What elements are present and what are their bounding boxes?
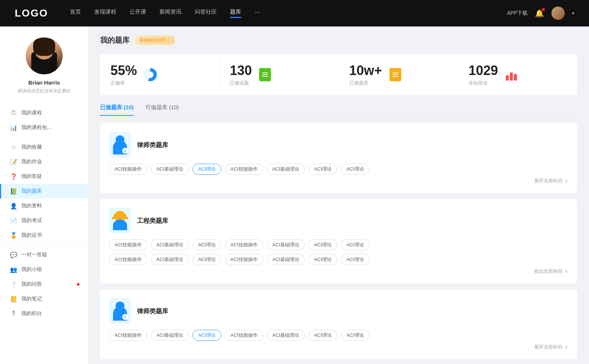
checkmark-icon: ✓	[124, 149, 127, 153]
package-icon: 📊	[10, 124, 17, 131]
done-banks-number: 10w+	[349, 63, 382, 78]
sidebar-item-answers[interactable]: ❔ 我的问答	[0, 277, 88, 292]
sidebar-label: 我的收藏	[21, 144, 42, 150]
tag-item[interactable]: ACI技能操作	[225, 239, 263, 250]
nav-link-open[interactable]: 公开课	[130, 8, 146, 18]
tag-item[interactable]: ACI基础理论	[151, 239, 189, 250]
logo: LOGO	[15, 7, 48, 19]
tutor-icon: 💬	[10, 251, 17, 258]
tag-item[interactable]: ACI技能操作	[109, 254, 147, 265]
nav-link-courses[interactable]: 发现课程	[94, 8, 116, 18]
sidebar-label: 我的问答	[21, 281, 42, 288]
sidebar-item-tutor[interactable]: 💬 一对一答疑	[0, 247, 88, 262]
nav-link-bank[interactable]: 题库	[230, 8, 241, 18]
tag-item[interactable]: ACI理论	[341, 254, 370, 265]
tag-item[interactable]: ACI技能操作	[225, 330, 263, 341]
profile-icon: 👤	[10, 203, 17, 209]
lawyer-bank-icon-2: ✓	[109, 298, 131, 324]
navbar: LOGO 首页 发现课程 公开课 新闻资讯 问答社区 题库 ··· APP下载 …	[0, 0, 589, 26]
sidebar-item-profile[interactable]: 👤 我的资料	[0, 199, 88, 213]
done-questions-number: 130	[230, 63, 252, 78]
avatar[interactable]	[551, 7, 565, 20]
star-icon: ☆	[10, 144, 17, 150]
tag-item[interactable]: ACI基础理论	[151, 330, 189, 341]
tag-item[interactable]: ACI理论	[341, 330, 370, 341]
bank-card-header: ✓ 律师类题库	[109, 132, 568, 158]
stat-accuracy-group: 55% 正确率	[110, 63, 137, 86]
sidebar-label: 我的考试	[21, 217, 42, 224]
points-icon: 🎖	[10, 310, 17, 317]
sidebar-item-certificate[interactable]: 🏅 我的证书	[0, 228, 88, 243]
expand-link-lawyer-2[interactable]: 展开全部科目 ∨	[109, 344, 568, 350]
collapse-link-engineer[interactable]: 收起全部科目 ∧	[109, 268, 568, 275]
tag-item[interactable]: ACI基础理论	[151, 254, 189, 265]
tag-item[interactable]: ACI理论	[341, 164, 370, 175]
tag-item[interactable]: ACI基础理论	[267, 164, 305, 175]
tag-item[interactable]: ACI基础理论	[267, 239, 305, 250]
sidebar-item-bank[interactable]: 📗 我的题库	[0, 184, 88, 199]
stat-done-banks: 10w+ 已做题库	[339, 54, 458, 95]
tag-item[interactable]: ACI技能操作	[109, 164, 147, 175]
nav-link-news[interactable]: 新闻资讯	[159, 8, 181, 18]
sidebar: Brian Harris 错误的决定比没有决定要好 🗒 我的课程 📊 我的课程包…	[0, 26, 88, 364]
stat-rank-group: 1029 全站排名	[469, 63, 498, 86]
sidebar-item-my-courses[interactable]: 🗒 我的课程	[0, 106, 88, 120]
tag-item[interactable]: ACI理论	[308, 164, 337, 175]
tag-item[interactable]: ACI技能操作	[109, 330, 147, 341]
tag-row-lawyer-2: ACI技能操作 ACI基础理论 ACI理论 ACI技能操作 ACI基础理论 AC…	[109, 330, 568, 341]
homework-icon: 📝	[10, 158, 17, 165]
sidebar-item-group[interactable]: 👥 我的小组	[0, 262, 88, 277]
sidebar-item-exam[interactable]: 📄 我的考试	[0, 213, 88, 228]
tag-item-active[interactable]: ACI理论	[193, 164, 221, 175]
nav-more-icon[interactable]: ···	[254, 8, 260, 18]
tag-row-lawyer-1: ACI技能操作 ACI基础理论 ACI理论 ACI技能操作 ACI基础理论 AC…	[109, 164, 568, 175]
page-title: 我的题库	[100, 35, 130, 45]
tag-item[interactable]: ACI理论	[341, 239, 370, 250]
sidebar-item-questions[interactable]: ❓ 我的答疑	[0, 169, 88, 184]
tag-item[interactable]: ACI基础理论	[151, 164, 189, 175]
notification-bell[interactable]: 🔔	[535, 9, 544, 18]
profile-motto: 错误的决定比没有决定要好	[18, 88, 71, 94]
tag-item[interactable]: ACI理论	[193, 239, 221, 250]
notes-icon: 📒	[10, 296, 17, 302]
tag-item[interactable]: ACI理论	[193, 254, 221, 265]
sidebar-label: 我的题库	[21, 188, 42, 195]
tag-item[interactable]: ACI技能操作	[109, 239, 147, 250]
sidebar-item-favorites[interactable]: ☆ 我的收藏	[0, 140, 88, 154]
bank-title-lawyer-2: 律师类题库	[137, 307, 168, 315]
menu-divider-2	[0, 245, 88, 245]
nav-link-home[interactable]: 首页	[70, 8, 81, 18]
tabs-row: 已做题库 (10) 可做题库 (10)	[100, 104, 577, 116]
tag-item-active-2[interactable]: ACI理论	[193, 330, 221, 341]
menu-divider	[0, 137, 88, 138]
sidebar-label: 我的作业	[21, 158, 42, 165]
tag-item[interactable]: ACI理论	[308, 330, 337, 341]
tag-item[interactable]: ACI基础理论	[267, 330, 305, 341]
nav-link-qa[interactable]: 问答社区	[195, 8, 217, 18]
bank-card-lawyer-1: ✓ 律师类题库 ACI技能操作 ACI基础理论 ACI理论 ACI技能操作 AC…	[100, 123, 577, 193]
rank-label: 全站排名	[469, 80, 498, 86]
tab-available[interactable]: 可做题库 (10)	[145, 104, 179, 115]
sidebar-item-homework[interactable]: 📝 我的作业	[0, 154, 88, 169]
chevron-down-icon[interactable]: ▾	[572, 11, 574, 16]
app-download-button[interactable]: APP下载	[507, 10, 528, 17]
sidebar-item-course-package[interactable]: 📊 我的课程包...	[0, 120, 88, 135]
sidebar-item-notes[interactable]: 📒 我的笔记	[0, 292, 88, 306]
tag-item[interactable]: ACI理论	[308, 239, 337, 250]
bank-card-engineer: 工程类题库 ACI技能操作 ACI基础理论 ACI理论 ACI技能操作 ACI基…	[100, 199, 577, 283]
bank-title-lawyer-1: 律师类题库	[137, 141, 168, 149]
chart-bar-icon	[504, 67, 519, 82]
tab-done[interactable]: 已做题库 (10)	[100, 104, 134, 115]
page-title-row: 我的题库 体验剩余23天！	[100, 35, 577, 45]
tag-item[interactable]: ACI技能操作	[225, 164, 263, 175]
notification-dot	[542, 8, 545, 11]
sidebar-item-points[interactable]: 🎖 我的积分	[0, 306, 88, 321]
bank-list: ✓ 律师类题库 ACI技能操作 ACI基础理论 ACI理论 ACI技能操作 AC…	[100, 123, 577, 362]
sidebar-menu: 🗒 我的课程 📊 我的课程包... ☆ 我的收藏 📝 我的作业 ❓ 我的答疑 �	[0, 102, 88, 325]
tag-item[interactable]: ACI基础理论	[267, 254, 305, 265]
tag-item[interactable]: ACI技能操作	[225, 254, 263, 265]
sidebar-label: 我的课程包...	[21, 124, 52, 131]
tag-item[interactable]: ACI理论	[308, 254, 337, 265]
expand-link-lawyer-1[interactable]: 展开全部科目 ∨	[109, 178, 568, 184]
nav-links: 首页 发现课程 公开课 新闻资讯 问答社区 题库 ···	[70, 8, 507, 18]
